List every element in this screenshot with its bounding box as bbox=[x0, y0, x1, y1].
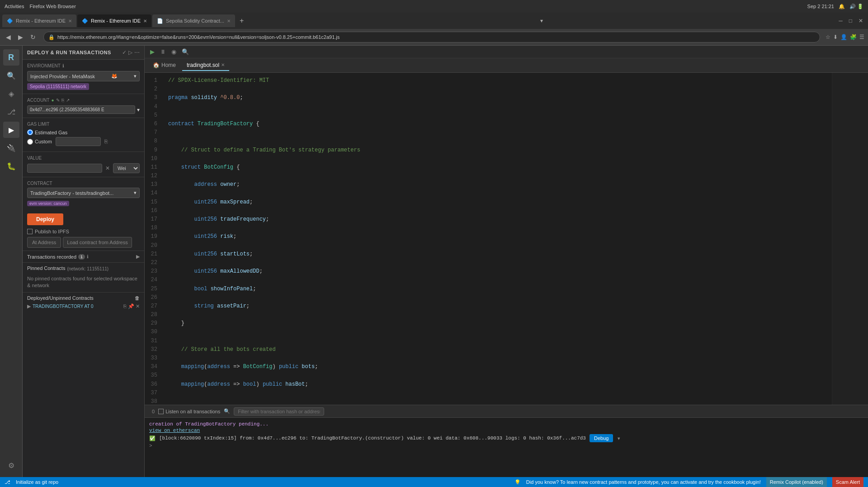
run-button[interactable]: ▶ bbox=[148, 47, 156, 56]
tx-expand-icon[interactable]: ▶ bbox=[136, 254, 140, 260]
tab-bar: 🔷 Remix - Ethereum IDE ✕ 🔷 Remix - Ether… bbox=[0, 13, 868, 29]
profile-icon[interactable]: 👤 bbox=[840, 34, 847, 40]
address-bar[interactable]: 🔒 https://remix.ethereum.org/#lang=en&op… bbox=[43, 32, 820, 43]
pinned-empty-text: No pinned contracts found for selected w… bbox=[27, 275, 140, 289]
pinned-header: Pinned Contracts bbox=[27, 265, 65, 271]
estimated-gas-row: Estimated Gas bbox=[27, 129, 140, 135]
lock-icon: 🔒 bbox=[48, 34, 55, 40]
custom-gas-input[interactable]: 3000000 bbox=[56, 137, 101, 146]
browser-tab-1[interactable]: 🔷 Remix - Ethereum IDE ✕ bbox=[2, 14, 76, 27]
compile-button[interactable]: ◉ bbox=[170, 47, 178, 56]
terminal-filter: 0 Listen on all transactions 🔍 bbox=[148, 407, 328, 416]
publish-checkbox[interactable] bbox=[27, 229, 33, 234]
account-chevron-icon[interactable]: ▾ bbox=[137, 107, 140, 113]
window-maximize[interactable]: □ bbox=[846, 18, 855, 24]
terminal-pending-text: creation of TradingBotFactory pending... bbox=[149, 421, 269, 427]
remix-copilot-status[interactable]: Remix Copilot (enabled) bbox=[766, 477, 827, 487]
status-git-text[interactable]: Initialize as git repo bbox=[16, 479, 58, 485]
environment-select[interactable]: Injected Provider - MetaMask 🦊 ▾ bbox=[27, 71, 140, 81]
tab-close-1[interactable]: ✕ bbox=[68, 19, 72, 24]
tx-header[interactable]: Transactions recorded 1 ℹ ▶ bbox=[27, 254, 140, 260]
terminal-search-icon[interactable]: 🔍 bbox=[224, 408, 230, 414]
browser-chrome: 🔷 Remix - Ethereum IDE ✕ 🔷 Remix - Ether… bbox=[0, 13, 868, 46]
tab-close-2[interactable]: ✕ bbox=[143, 19, 147, 24]
download-icon[interactable]: ⬇ bbox=[833, 34, 838, 40]
gas-limit-label: GAS LIMIT bbox=[27, 122, 140, 127]
os-bar: Activities Firefox Web Browser Sep 2 21:… bbox=[0, 0, 868, 13]
copy-account-icon[interactable]: ⎘ bbox=[61, 98, 64, 103]
value-input[interactable]: 0 bbox=[27, 164, 102, 173]
os-bar-right: Sep 2 21:21 🔔 🔊 🔋 bbox=[807, 4, 863, 9]
value-clear-icon[interactable]: ✕ bbox=[104, 165, 111, 171]
terminal-filter-input[interactable] bbox=[234, 407, 324, 416]
info-icon: ℹ bbox=[62, 63, 64, 68]
editor-tab-sol[interactable]: tradingbot.sol ✕ bbox=[182, 60, 229, 71]
tx-info-icon[interactable]: ℹ bbox=[87, 254, 89, 259]
trash-icon[interactable]: 🗑 bbox=[135, 295, 140, 301]
remix-logo[interactable]: R bbox=[3, 49, 19, 66]
pin-icon[interactable]: 📌 bbox=[128, 303, 134, 309]
custom-gas-radio-label[interactable]: Custom bbox=[27, 139, 52, 145]
git-activity[interactable]: ⎇ bbox=[3, 104, 19, 120]
deploy-panel-actions: ✓ ▷ ⋯ bbox=[122, 49, 140, 56]
browser-tab-2[interactable]: 🔷 Remix - Ethereum IDE ✕ bbox=[77, 14, 151, 27]
code-editor[interactable]: // SPDX-License-Identifier: MIT pragma s… bbox=[163, 73, 832, 405]
deploy-button[interactable]: Deploy bbox=[27, 213, 63, 225]
expand-tx-icon[interactable]: ▾ bbox=[617, 435, 620, 442]
value-unit-select[interactable]: Wei Gwei Ether bbox=[113, 163, 140, 173]
search-toolbar-icon[interactable]: 🔍 bbox=[180, 47, 191, 56]
line-numbers: 1234567891011121314151617181920212223242… bbox=[145, 73, 163, 405]
gas-copy-icon[interactable]: ⎘ bbox=[104, 138, 108, 145]
custom-gas-radio[interactable] bbox=[27, 139, 33, 145]
remove-contract-icon[interactable]: ✕ bbox=[136, 303, 140, 309]
forward-button[interactable]: ▶ bbox=[16, 33, 25, 42]
tab-overflow-button[interactable]: ▾ bbox=[537, 18, 547, 24]
reload-button[interactable]: ↻ bbox=[28, 33, 38, 42]
home-tab-label: Home bbox=[161, 62, 176, 68]
tab-close-3[interactable]: ✕ bbox=[227, 19, 231, 24]
window-minimize[interactable]: ─ bbox=[836, 18, 845, 24]
terminal-area: 0 Listen on all transactions 🔍 creation … bbox=[145, 405, 868, 477]
activities-label[interactable]: Activities bbox=[5, 4, 24, 9]
check-icon[interactable]: ✓ bbox=[122, 49, 127, 56]
window-close[interactable]: ✕ bbox=[856, 18, 866, 24]
estimated-gas-radio-label[interactable]: Estimated Gas bbox=[27, 129, 67, 135]
account-select[interactable]: 0x4d7...ec296 (2.25085354883668 E bbox=[27, 105, 135, 114]
pinned-network: (network: 11155111) bbox=[67, 266, 108, 271]
editor-tab-home[interactable]: 🏠 Home bbox=[148, 60, 180, 71]
more-icon[interactable]: ⋯ bbox=[134, 49, 140, 56]
estimated-gas-radio[interactable] bbox=[27, 129, 33, 135]
sol-tab-close[interactable]: ✕ bbox=[221, 62, 225, 67]
notification-icon[interactable]: 🔔 bbox=[839, 4, 845, 9]
deployed-arrow-icon[interactable]: ▶ bbox=[27, 303, 31, 309]
search-activity[interactable]: 🔍 bbox=[3, 67, 19, 84]
account-row: 0x4d7...ec296 (2.25085354883668 E ▾ bbox=[27, 105, 140, 114]
terminal-tx-line: ✅ [block:6620890 txIndex:15] from: 0x4d7… bbox=[149, 434, 863, 442]
bookmark-icon[interactable]: ☆ bbox=[826, 34, 830, 40]
edit-icon[interactable]: ✎ bbox=[56, 98, 60, 103]
debug-button[interactable]: Debug bbox=[590, 434, 613, 442]
scam-alert-status[interactable]: Scam Alert bbox=[832, 477, 863, 487]
new-tab-button[interactable]: + bbox=[236, 17, 247, 25]
copy-contract-icon[interactable]: ⎘ bbox=[123, 303, 127, 309]
debug-activity[interactable]: 🐛 bbox=[3, 158, 19, 174]
stop-button[interactable]: ⏸ bbox=[158, 47, 168, 56]
deploy-activity[interactable]: ▶ bbox=[3, 122, 19, 138]
back-button[interactable]: ◀ bbox=[4, 33, 13, 42]
menu-icon[interactable]: ☰ bbox=[859, 34, 864, 40]
etherscan-link[interactable]: view on etherscan bbox=[149, 428, 200, 433]
deployed-header: Deployed/Unpinned Contracts 🗑 bbox=[27, 295, 140, 301]
environment-section: ENVIRONMENT ℹ Injected Provider - MetaMa… bbox=[23, 60, 144, 94]
extensions-icon[interactable]: 🧩 bbox=[850, 34, 857, 40]
settings-activity[interactable]: ⚙ bbox=[3, 457, 19, 473]
load-contract-button[interactable]: Load contract from Address bbox=[63, 237, 132, 248]
at-address-button[interactable]: At Address bbox=[27, 237, 61, 248]
status-bar-right: 💡 Did you know? To learn new contract pa… bbox=[514, 477, 863, 487]
solidity-activity[interactable]: ◈ bbox=[3, 85, 19, 102]
expand-panel-icon[interactable]: ▷ bbox=[128, 49, 132, 56]
contract-select[interactable]: TradingBotFactory - tests/tradingbot... … bbox=[27, 188, 140, 198]
browser-tab-3[interactable]: 📄 Sepolia Solidity Contract... ✕ bbox=[152, 14, 235, 27]
plugin-activity[interactable]: 🔌 bbox=[3, 140, 19, 156]
listen-checkbox[interactable] bbox=[158, 409, 164, 414]
external-link-icon[interactable]: ↗ bbox=[66, 98, 70, 103]
